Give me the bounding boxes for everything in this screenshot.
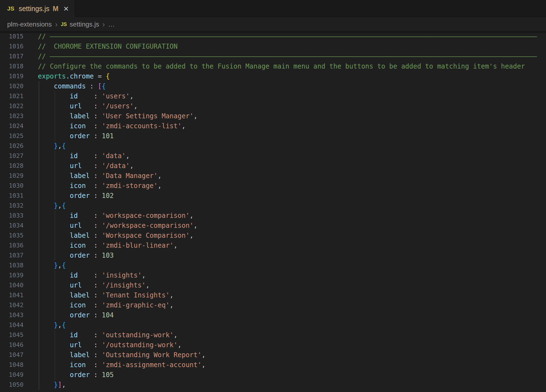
code-token: order bbox=[70, 252, 90, 259]
code-token bbox=[38, 281, 70, 289]
code-token bbox=[82, 222, 94, 229]
code-token: 'data' bbox=[102, 152, 126, 160]
editor-line[interactable]: 1038 },{ bbox=[0, 260, 546, 270]
line-number[interactable]: 1050 bbox=[0, 380, 38, 390]
line-number[interactable]: 1022 bbox=[0, 101, 38, 111]
line-number[interactable]: 1047 bbox=[0, 350, 38, 360]
line-number[interactable]: 1017 bbox=[0, 51, 38, 61]
code-token: id bbox=[70, 92, 78, 100]
line-number[interactable]: 1033 bbox=[0, 211, 38, 221]
indent-guide bbox=[55, 360, 55, 370]
editor-line[interactable]: 1036 icon : 'zmdi-blur-linear', bbox=[0, 241, 546, 250]
line-number[interactable]: 1028 bbox=[0, 161, 38, 171]
editor-line[interactable]: 1040 url : '/insights', bbox=[0, 280, 546, 290]
editor-line[interactable]: 1024 icon : 'zmdi-accounts-list', bbox=[0, 121, 546, 131]
editor-line[interactable]: 1033 id : 'workspace-comparison', bbox=[0, 211, 546, 221]
line-number[interactable]: 1038 bbox=[0, 260, 38, 270]
editor-line[interactable]: 1017// —————————————————————————————————… bbox=[0, 51, 546, 61]
line-number[interactable]: 1031 bbox=[0, 191, 38, 201]
breadcrumb-more[interactable]: … bbox=[108, 20, 115, 28]
code-token: : bbox=[94, 232, 102, 239]
editor-line[interactable]: 1048 icon : 'zmdi-assignment-account', bbox=[0, 360, 546, 370]
editor-line[interactable]: 1022 url : '/users', bbox=[0, 101, 546, 111]
breadcrumb-file[interactable]: settings.js bbox=[70, 20, 99, 28]
code-token: 102 bbox=[102, 192, 114, 200]
code-token: , bbox=[142, 271, 146, 279]
code-token bbox=[38, 291, 70, 299]
code-token: : bbox=[94, 122, 102, 130]
editor-line[interactable]: 1016// CHOROME EXTENSION CONFIGURATION bbox=[0, 41, 546, 51]
line-number[interactable]: 1018 bbox=[0, 61, 38, 71]
line-number[interactable]: 1029 bbox=[0, 171, 38, 181]
line-number[interactable]: 1044 bbox=[0, 320, 38, 330]
editor-line[interactable]: 1045 id : 'outstanding-work', bbox=[0, 330, 546, 340]
editor-line[interactable]: 1019exports.chrome = { bbox=[0, 71, 546, 81]
editor-line[interactable]: 1031 order : 102 bbox=[0, 191, 546, 201]
line-number[interactable]: 1043 bbox=[0, 310, 38, 320]
line-number[interactable]: 1025 bbox=[0, 131, 38, 141]
line-number[interactable]: 1039 bbox=[0, 270, 38, 280]
indent-guide bbox=[39, 171, 39, 181]
editor-line[interactable]: 1021 id : 'users', bbox=[0, 91, 546, 101]
line-number[interactable]: 1026 bbox=[0, 141, 38, 151]
code-text: order : 105 bbox=[38, 370, 546, 380]
line-number[interactable]: 1045 bbox=[0, 330, 38, 340]
editor-line[interactable]: 1044 },{ bbox=[0, 320, 546, 330]
editor-line[interactable]: 1034 url : '/workspace-comparison', bbox=[0, 221, 546, 231]
line-number[interactable]: 1032 bbox=[0, 201, 38, 211]
editor-line[interactable]: 1028 url : '/data', bbox=[0, 161, 546, 171]
line-number[interactable]: 1034 bbox=[0, 221, 38, 231]
editor-line[interactable]: 1039 id : 'insights', bbox=[0, 270, 546, 280]
editor-line[interactable]: 1023 label : 'User Settings Manager', bbox=[0, 111, 546, 121]
editor-line[interactable]: 1018// Configure the commands to be adde… bbox=[0, 61, 546, 71]
line-number[interactable]: 1016 bbox=[0, 41, 38, 51]
line-number[interactable]: 1035 bbox=[0, 231, 38, 241]
editor-line[interactable]: 1037 order : 103 bbox=[0, 250, 546, 260]
code-token: , bbox=[130, 162, 133, 170]
line-number[interactable]: 1046 bbox=[0, 340, 38, 350]
line-number[interactable]: 1024 bbox=[0, 121, 38, 131]
editor-line[interactable]: 1047 label : 'Outstanding Work Report', bbox=[0, 350, 546, 360]
line-number[interactable]: 1020 bbox=[0, 81, 38, 91]
editor-line[interactable]: 1049 order : 105 bbox=[0, 370, 546, 380]
indent-guide bbox=[55, 330, 55, 340]
editor-line[interactable]: 1035 label : 'Workspace Comparison', bbox=[0, 231, 546, 241]
line-number[interactable]: 1015 bbox=[0, 32, 38, 41]
editor-line[interactable]: 1041 label : 'Tenant Insights', bbox=[0, 290, 546, 300]
line-number[interactable]: 1036 bbox=[0, 241, 38, 250]
line-number[interactable]: 1037 bbox=[0, 250, 38, 260]
line-number[interactable]: 1019 bbox=[0, 71, 38, 81]
line-number[interactable]: 1048 bbox=[0, 360, 38, 370]
line-number[interactable]: 1041 bbox=[0, 290, 38, 300]
editor-line[interactable]: 1043 order : 104 bbox=[0, 310, 546, 320]
line-number[interactable]: 1030 bbox=[0, 181, 38, 191]
editor-line[interactable]: 1025 order : 101 bbox=[0, 131, 546, 141]
code-token: : bbox=[94, 252, 102, 259]
indent-guide bbox=[39, 360, 39, 370]
editor-line[interactable]: 1030 icon : 'zmdi-storage', bbox=[0, 181, 546, 191]
line-number[interactable]: 1049 bbox=[0, 370, 38, 380]
indent-guide bbox=[39, 290, 39, 300]
line-number[interactable]: 1042 bbox=[0, 300, 38, 310]
breadcrumb-folder[interactable]: plm-extensions bbox=[7, 20, 52, 28]
code-token bbox=[38, 301, 70, 309]
editor-line[interactable]: 1015// —————————————————————————————————… bbox=[0, 32, 546, 41]
editor-line[interactable]: 1020 commands : [{ bbox=[0, 81, 546, 91]
code-token bbox=[38, 212, 70, 219]
editor-line[interactable]: 1027 id : 'data', bbox=[0, 151, 546, 161]
editor-line[interactable]: 1029 label : 'Data Manager', bbox=[0, 171, 546, 181]
code-text: id : 'users', bbox=[38, 91, 546, 101]
editor-line[interactable]: 1050 }], bbox=[0, 380, 546, 390]
editor-line[interactable]: 1042 icon : 'zmdi-graphic-eq', bbox=[0, 300, 546, 310]
close-icon[interactable]: × bbox=[64, 4, 69, 13]
editor-line[interactable]: 1026 },{ bbox=[0, 141, 546, 151]
js-file-icon: JS bbox=[61, 22, 67, 27]
line-number[interactable]: 1027 bbox=[0, 151, 38, 161]
line-number[interactable]: 1021 bbox=[0, 91, 38, 101]
editor-line[interactable]: 1032 },{ bbox=[0, 201, 546, 211]
line-number[interactable]: 1023 bbox=[0, 111, 38, 121]
code-token bbox=[38, 371, 70, 379]
line-number[interactable]: 1040 bbox=[0, 280, 38, 290]
tab-settings-js[interactable]: JS settings.js M × bbox=[0, 0, 75, 17]
editor-line[interactable]: 1046 url : '/outstanding-work', bbox=[0, 340, 546, 350]
